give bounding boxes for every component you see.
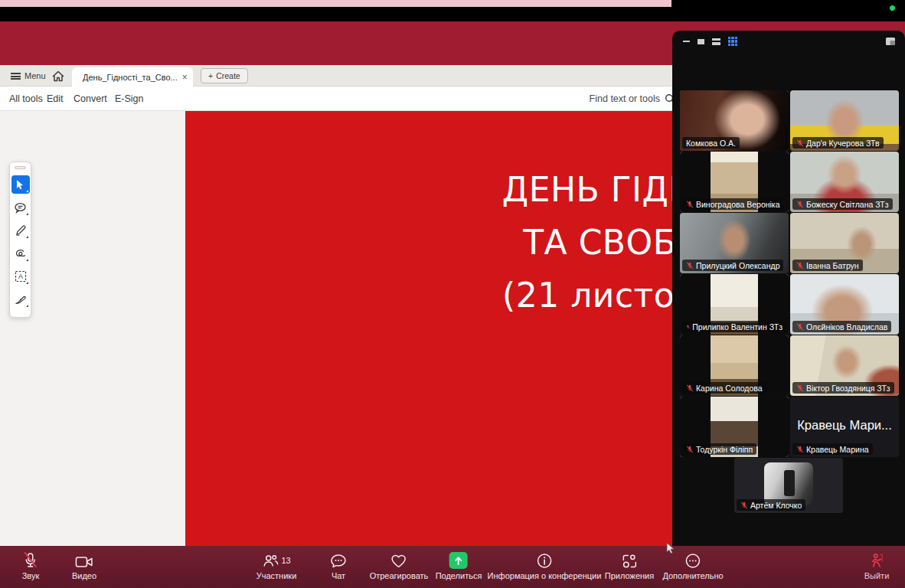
share-screen-button[interactable]: Поделиться xyxy=(436,552,482,580)
participant-nametag: Прилипко Валентин ЗТз xyxy=(682,321,786,332)
text-box-icon: A xyxy=(15,270,27,283)
acrobat-tool-palette: A xyxy=(9,162,31,318)
mic-muted-icon xyxy=(796,139,804,147)
participant-nametag: Прилуцкий Олександр xyxy=(682,260,783,271)
draw-tool-button[interactable] xyxy=(11,244,30,263)
video-tile-todurkin[interactable]: Тодуркін Філіпп xyxy=(680,397,789,457)
pen-nib-icon xyxy=(14,294,27,305)
menu-label: Menu xyxy=(25,71,46,80)
chat-button[interactable]: Чат xyxy=(330,552,347,580)
find-tools-search[interactable]: Find text or tools xyxy=(590,87,675,111)
participant-nametag: Артём Клочко xyxy=(737,499,805,511)
participant-nametag: Дар'я Кучерова ЗТв xyxy=(792,137,884,149)
text-select-tool-button[interactable]: A xyxy=(11,267,30,286)
participant-nametag: Комкова О.А. xyxy=(682,137,740,149)
video-button[interactable]: Видео xyxy=(72,552,96,580)
video-tile-bozhesku[interactable]: Божеску Світлана ЗТз xyxy=(790,152,899,212)
apps-button[interactable]: Приложения xyxy=(605,552,654,580)
mic-muted-icon xyxy=(686,201,694,208)
mic-muted-icon xyxy=(796,201,804,208)
top-strip xyxy=(0,0,671,7)
gallery-view-icon[interactable] xyxy=(728,37,737,46)
lasso-squiggle-icon xyxy=(14,249,27,259)
exit-minimized-view-icon[interactable] xyxy=(885,35,896,49)
select-tool-button[interactable] xyxy=(11,175,30,194)
react-button[interactable]: Отреагировать xyxy=(370,552,429,580)
video-tile-gvozdianytsia[interactable]: Віктор Гвоздяниця ЗТз xyxy=(790,335,899,396)
mic-muted-icon xyxy=(796,262,804,270)
participant-nametag: Виноградова Вероніка xyxy=(682,198,784,210)
more-button[interactable]: Дополнительно xyxy=(662,552,723,580)
home-button[interactable] xyxy=(49,67,67,85)
participant-nametag: Віктор Гвоздяниця ЗТз xyxy=(792,382,894,394)
video-tile-prilipko[interactable]: Прилипко Валентин ЗТз xyxy=(680,274,789,335)
edit-menu[interactable]: Edit xyxy=(47,87,64,111)
hamburger-icon xyxy=(11,73,21,80)
leave-icon xyxy=(869,553,884,569)
create-label: Create xyxy=(216,71,240,80)
mic-muted-icon xyxy=(686,262,694,270)
participant-nametag: Іванна Батрун xyxy=(792,260,863,271)
video-tile-vinogradova[interactable]: Виноградова Вероніка xyxy=(680,152,789,212)
minimize-view-icon[interactable] xyxy=(683,41,690,42)
comment-icon xyxy=(14,202,27,214)
chat-icon xyxy=(330,554,347,569)
panel-view-controls xyxy=(672,31,905,52)
meeting-toolbar: Звук Видео 13 Участники xyxy=(0,546,905,588)
video-tile-kravets[interactable]: Кравець Мари... Кравець Марина xyxy=(790,397,899,457)
participant-nametag: Тодуркін Філіпп xyxy=(682,443,756,455)
mic-muted-icon xyxy=(686,446,694,453)
acrobat-menu-button[interactable]: Menu xyxy=(6,67,51,84)
create-button[interactable]: + Create xyxy=(201,68,248,83)
more-ellipsis-icon xyxy=(684,553,701,569)
palette-drag-handle[interactable] xyxy=(15,166,26,169)
all-tools-menu[interactable]: All tools xyxy=(9,87,43,111)
mic-muted-icon xyxy=(796,323,804,331)
participant-nametag: Олєйніков Владислав xyxy=(792,321,891,332)
comment-tool-button[interactable] xyxy=(11,198,30,217)
cursor-arrow-icon xyxy=(15,179,25,190)
video-tile-batrun[interactable]: Іванна Батрун xyxy=(790,213,899,273)
find-label: Find text or tools xyxy=(590,93,660,104)
video-tile-komkova[interactable]: Комкова О.А. xyxy=(680,90,789,151)
leave-button[interactable]: Выйти xyxy=(864,552,890,580)
convert-menu[interactable]: Convert xyxy=(74,87,107,111)
fill-sign-tool-button[interactable] xyxy=(11,290,30,309)
video-tile-solodova[interactable]: Карина Солодова xyxy=(680,335,789,396)
video-tile-klochko[interactable]: Артём Клочко xyxy=(734,458,843,513)
status-green-dot xyxy=(890,5,895,11)
video-tile-oleinikov[interactable]: Олєйніков Владислав xyxy=(790,274,899,335)
tab-title: День_Гідності_та_Сво... xyxy=(83,73,178,82)
meeting-info-button[interactable]: Информация о конференции xyxy=(488,552,602,580)
pencil-tool-button[interactable] xyxy=(11,221,30,240)
heart-icon xyxy=(390,554,407,569)
mic-muted-icon xyxy=(796,446,804,453)
apps-icon xyxy=(621,554,637,569)
video-tile-priluckij[interactable]: Прилуцкий Олександр xyxy=(680,213,789,273)
participants-button[interactable]: 13 Участники xyxy=(256,552,297,580)
info-icon xyxy=(537,553,553,569)
plus-icon: + xyxy=(208,71,213,80)
video-tile-kucherova[interactable]: Дар'я Кучерова ЗТв xyxy=(790,90,899,151)
tab-close-icon[interactable]: × xyxy=(182,73,188,82)
share-icon xyxy=(449,552,468,569)
mic-muted-icon xyxy=(740,501,748,509)
camera-icon xyxy=(75,555,93,569)
screen: Menu День_Гідності_та_Сво... × + Create … xyxy=(0,0,905,588)
small-view-icon[interactable] xyxy=(698,39,704,44)
mic-muted-icon xyxy=(23,552,38,569)
pencil-icon xyxy=(15,224,27,237)
participants-icon xyxy=(262,554,279,567)
document-tab[interactable]: День_Гідності_та_Сво... × xyxy=(72,67,193,87)
participants-panel: Комкова О.А. Дар'я Кучерова ЗТв Виноград… xyxy=(672,31,905,557)
participant-nametag: Божеску Світлана ЗТз xyxy=(792,198,893,210)
svg-text:A: A xyxy=(18,273,22,280)
speaker-view-icon[interactable] xyxy=(712,38,720,45)
camera-off-name: Кравець Мари... xyxy=(790,418,899,433)
mouse-cursor xyxy=(665,542,675,554)
mic-muted-icon xyxy=(796,384,804,392)
esign-menu[interactable]: E-Sign xyxy=(115,87,144,111)
mic-muted-icon xyxy=(686,384,694,392)
participant-nametag: Карина Солодова xyxy=(682,382,766,394)
audio-button[interactable]: Звук xyxy=(22,552,40,580)
